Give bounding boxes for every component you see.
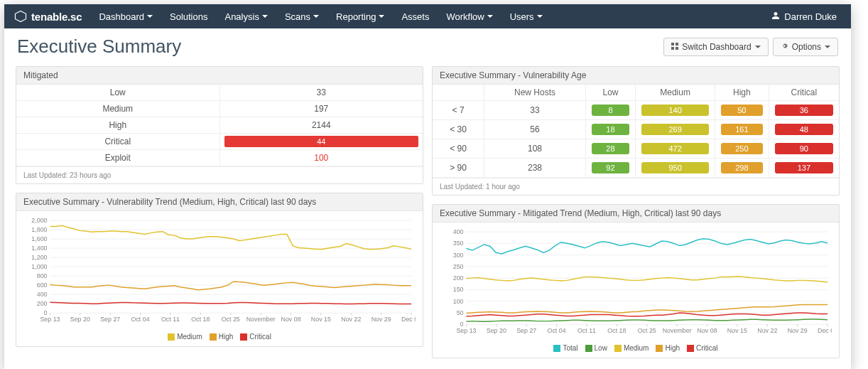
svg-text:Oct 25: Oct 25 (222, 316, 240, 323)
svg-text:Dec 06: Dec 06 (401, 316, 416, 323)
severity-chip: 950 (641, 162, 709, 173)
row-label: Critical (16, 134, 219, 150)
svg-text:Nov 22: Nov 22 (341, 316, 361, 323)
panel-vuln-age: Executive Summary - Vulnerability Age Ne… (432, 66, 840, 196)
brand[interactable]: tenable.sc (14, 10, 82, 23)
nav-item-dashboard[interactable]: Dashboard (92, 6, 160, 28)
nav-item-scans[interactable]: Scans (278, 6, 326, 28)
panel-vuln-trend: Executive Summary - Vulnerability Trend … (16, 193, 423, 347)
svg-text:Nov 08: Nov 08 (698, 327, 717, 334)
severity-chip: 140 (641, 105, 709, 116)
table-row[interactable]: < 73381405036 (433, 101, 839, 120)
svg-text:600: 600 (37, 282, 48, 289)
svg-text:Oct 11: Oct 11 (161, 316, 180, 323)
table-row[interactable]: Exploit100 (16, 150, 423, 166)
svg-text:1,200: 1,200 (31, 254, 47, 261)
options-button[interactable]: Options (773, 38, 838, 56)
nav-label: Reporting (336, 11, 376, 22)
svg-text:Nov 15: Nov 15 (727, 327, 747, 334)
legend-item: Critical (687, 344, 718, 352)
svg-text:350: 350 (453, 240, 464, 247)
table-row[interactable]: < 30561826916148 (433, 120, 839, 139)
svg-rect-2 (676, 43, 678, 46)
page-title: Executive Summary (17, 36, 181, 58)
severity-chip: 472 (641, 143, 709, 154)
svg-text:1,600: 1,600 (31, 235, 47, 242)
svg-text:1,000: 1,000 (31, 263, 47, 270)
caret-down-icon (379, 15, 384, 18)
table-row[interactable]: Critical44 (16, 134, 423, 150)
panel-title: Executive Summary - Mitigated Trend (Med… (433, 205, 839, 223)
switch-dashboard-label: Switch Dashboard (682, 42, 751, 52)
severity-chip: 269 (641, 124, 709, 135)
svg-text:Nov 29: Nov 29 (371, 316, 391, 323)
svg-rect-1 (671, 43, 674, 46)
svg-text:November: November (663, 327, 692, 334)
brand-text: tenable.sc (31, 11, 82, 23)
panel-mitigated-trend: Executive Summary - Mitigated Trend (Med… (432, 204, 840, 358)
legend-item: Total (553, 344, 577, 352)
svg-text:200: 200 (37, 300, 48, 307)
svg-text:Oct 25: Oct 25 (638, 327, 656, 334)
table-row[interactable]: Medium197 (16, 101, 423, 117)
col-header: High (715, 85, 769, 101)
severity-chip: 48 (775, 124, 833, 135)
svg-text:100: 100 (453, 298, 464, 305)
grid-icon (671, 42, 678, 52)
legend-item: Low (585, 344, 607, 352)
switch-dashboard-button[interactable]: Switch Dashboard (663, 38, 768, 56)
table-row[interactable]: High2144 (16, 117, 423, 134)
svg-text:400: 400 (37, 291, 48, 298)
nav-label: Solutions (170, 11, 207, 22)
nav-item-assets[interactable]: Assets (394, 6, 436, 28)
chart-legend: MediumHighCritical (23, 331, 416, 345)
legend-item: Critical (240, 333, 271, 341)
mitigated-table: Low33Medium197High2144Critical44Exploit1… (16, 85, 423, 166)
row-label: High (16, 117, 219, 134)
row-value: 2144 (219, 117, 423, 134)
row-label: Low (16, 85, 219, 101)
navbar: tenable.sc DashboardSolutionsAnalysisSca… (4, 4, 851, 28)
legend-item: High (210, 333, 234, 341)
svg-text:Sep 27: Sep 27 (516, 327, 536, 334)
svg-text:Sep 20: Sep 20 (70, 316, 90, 323)
svg-text:Oct 04: Oct 04 (548, 327, 566, 334)
nav-label: Analysis (224, 11, 259, 22)
caret-down-icon (313, 15, 319, 18)
vuln-trend-chart[interactable]: 02004006008001,0001,2001,4001,6001,8002,… (23, 215, 416, 329)
table-row[interactable]: Low33 (16, 85, 423, 101)
nav-item-analysis[interactable]: Analysis (217, 6, 274, 28)
col-header: Critical (769, 85, 839, 101)
nav-item-reporting[interactable]: Reporting (329, 6, 391, 28)
svg-text:Dec 06: Dec 06 (818, 327, 832, 334)
svg-text:Nov 15: Nov 15 (311, 316, 331, 323)
severity-chip: 298 (721, 162, 763, 173)
svg-text:400: 400 (453, 228, 464, 235)
legend-item: Medium (168, 333, 202, 341)
svg-text:800: 800 (37, 272, 48, 279)
severity-chip: 36 (775, 105, 833, 116)
row-value: 44 (219, 134, 423, 150)
mitigated-trend-chart[interactable]: 050100150200250300350400Sep 13Sep 20Sep … (440, 227, 832, 341)
user-name: Darren Duke (784, 11, 837, 22)
page-header: Executive Summary Switch Dashboard Optio… (4, 28, 851, 63)
table-row[interactable]: > 9023892950298137 (433, 159, 839, 178)
caret-down-icon (262, 15, 268, 18)
nav-item-solutions[interactable]: Solutions (163, 6, 215, 28)
severity-chip: 50 (721, 105, 763, 116)
row-label: Exploit (16, 150, 219, 166)
chart-legend: TotalLowMediumHighCritical (440, 343, 832, 356)
nav-item-users[interactable]: Users (503, 6, 550, 28)
severity-chip: 18 (592, 124, 629, 135)
severity-chip: 90 (775, 143, 833, 154)
caret-down-icon (487, 15, 493, 18)
svg-text:200: 200 (453, 274, 464, 282)
col-header (433, 85, 484, 101)
nav-item-workflow[interactable]: Workflow (439, 6, 499, 28)
brand-logo-icon (14, 10, 27, 23)
user-menu[interactable]: Darren Duke (771, 11, 841, 22)
svg-text:Sep 20: Sep 20 (487, 327, 506, 334)
table-row[interactable]: < 901082847225090 (433, 139, 839, 159)
col-header: Low (585, 85, 635, 101)
nav-label: Workflow (446, 11, 484, 22)
